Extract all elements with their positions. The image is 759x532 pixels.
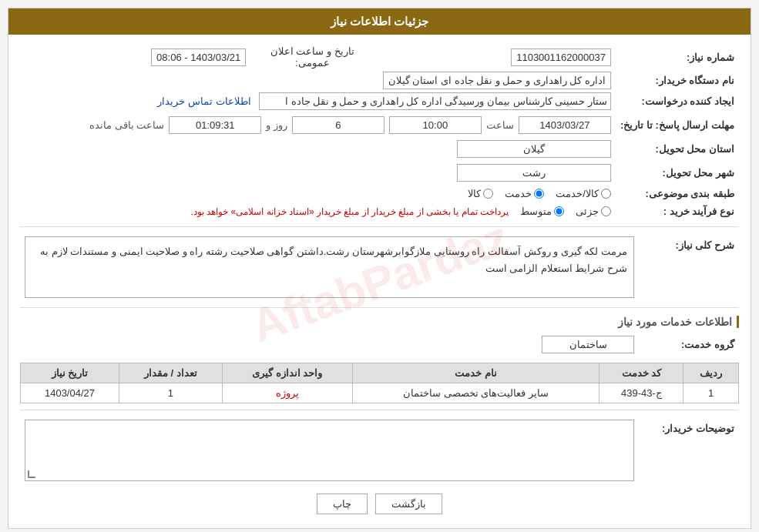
th-vahed: واحد اندازه گیری [222, 363, 352, 383]
main-panel: جزئیات اطلاعات نیاز AftabPardaz شماره نی… [8, 8, 751, 529]
shahr-value: رشت [457, 164, 611, 182]
tarikh-value-cell: 1403/03/21 - 08:06 [20, 42, 250, 72]
cell-kod: ج-43-439 [599, 383, 683, 403]
divider3 [20, 410, 739, 410]
shahr-cell: رشت [20, 161, 616, 185]
table-row: 1 ج-43-439 سایر فعالیت‌های تخصصی ساختمان… [21, 383, 739, 403]
shomara-niaz-value: 1103001162000037 [511, 49, 611, 66]
radio-motevaset-label: متوسط [520, 206, 552, 217]
th-radif: ردیف [683, 363, 739, 383]
services-table: ردیف کد خدمت نام خدمت واحد اندازه گیری ت… [20, 363, 739, 403]
shomara-niaz-cell: 1103001162000037 [374, 42, 616, 72]
ijad-label: ایجاد کننده درخواست: [616, 89, 739, 113]
ijad-link[interactable]: اطلاعات تماس خریدار [157, 95, 250, 107]
mohlet-time: 01:09:31 [169, 116, 261, 134]
farayand-desc: پرداخت تمام یا بخشی از مبلغ خریدار از مب… [191, 206, 509, 217]
mohlet-roz-label: روز و [266, 119, 287, 131]
nam-dastgah-cell: اداره کل راهداری و حمل و نقل جاده ای است… [20, 72, 616, 89]
radio-kala-label: کالا [468, 188, 481, 199]
sharh-table: شرح کلی نیاز: مرمت لکه گیری و روکش آسفال… [20, 233, 739, 301]
nam-dastgah-value: اداره کل راهداری و حمل و نقل جاده ای است… [383, 72, 611, 89]
print-button[interactable]: چاپ [317, 494, 368, 514]
divider1 [20, 226, 739, 227]
th-nam: نام خدمت [352, 363, 599, 383]
nooe-farayand-cell: جزئی متوسط پرداخت تمام یا بخشی از مبلغ خ… [20, 202, 616, 220]
th-tarikh: تاریخ نیاز [21, 363, 119, 383]
vahed-link[interactable]: پروژه [276, 387, 299, 399]
radio-jozi[interactable] [601, 206, 611, 216]
radio-kala-khedmat[interactable] [601, 189, 611, 199]
gorooh-label: گروه خدمت: [639, 333, 739, 356]
radio-jozi-item: جزئی [576, 206, 611, 217]
th-kod: کد خدمت [599, 363, 683, 383]
nooe-farayand-label: نوع فرآیند خرید : [616, 202, 739, 220]
mohlet-saat-label: ساعت [486, 119, 514, 131]
nam-dastgah-label: نام دستگاه خریدار: [616, 72, 739, 89]
panel-body: AftabPardaz شماره نیاز: 1103001162000037… [8, 35, 751, 528]
ijad-cell: ستار حسینی کارشناس بیمان ورسیدگی اداره ک… [20, 89, 616, 113]
ijad-value: ستار حسینی کارشناس بیمان ورسیدگی اداره ک… [259, 92, 611, 110]
shahr-label: شهر محل تحویل: [616, 161, 739, 185]
radio-kala[interactable] [483, 189, 493, 199]
radio-motevaset[interactable] [554, 206, 564, 216]
gorooh-table: گروه خدمت: ساختمان [20, 333, 739, 356]
tozihat-cell [20, 417, 639, 484]
tarikh-label: تاریخ و ساعت اعلان عمومی: [270, 45, 354, 69]
sharh-label: شرح کلی نیاز: [639, 233, 739, 301]
mohlet-label: مهلت ارسال پاسخ: تا تاریخ: [616, 113, 739, 137]
th-tedad: تعداد / مقدار [119, 363, 223, 383]
cell-tedad: 1 [119, 383, 223, 403]
mohlet-mande: ساعت باقی مانده [89, 119, 164, 131]
shomara-niaz-label: شماره نیاز: [616, 42, 739, 72]
back-button[interactable]: بازگشت [375, 494, 442, 514]
tarikh-value: 1403/03/21 - 08:06 [151, 49, 246, 66]
gorooh-cell: ساختمان [20, 333, 639, 356]
tozihat-label: توضیحات خریدار: [639, 417, 739, 484]
gorooh-value: ساختمان [542, 336, 634, 353]
tabaqe-cell: کالا/خدمت خدمت کالا [20, 185, 616, 202]
radio-kala-item: کالا [468, 188, 493, 199]
cell-tarikh: 1403/04/27 [21, 383, 119, 403]
radio-jozi-label: جزئی [576, 206, 599, 217]
mohlet-cell: 1403/03/27 ساعت 10:00 6 روز و 01:09:31 س… [20, 113, 616, 137]
khadamat-section-title: اطلاعات خدمات مورد نیاز [20, 316, 739, 328]
cell-nam: سایر فعالیت‌های تخصصی ساختمان [352, 383, 599, 403]
buttons-row: بازگشت چاپ [20, 494, 739, 514]
tozihat-table: توضیحات خریدار: [20, 417, 739, 484]
mohlet-saat: 10:00 [389, 116, 482, 134]
top-info-table: شماره نیاز: 1103001162000037 تاریخ و ساع… [20, 42, 739, 220]
cell-radif: 1 [683, 383, 739, 403]
tarikh-label-cell: تاریخ و ساعت اعلان عمومی: [250, 42, 374, 72]
panel-header: جزئیات اطلاعات نیاز [8, 8, 751, 35]
ostan-value: گیلان [457, 140, 611, 158]
radio-khedmat-item: خدمت [505, 188, 544, 199]
radio-khedmat[interactable] [534, 189, 544, 199]
tabaqe-label: طبقه بندی موضوعی: [616, 185, 739, 202]
panel-title: جزئیات اطلاعات نیاز [331, 15, 428, 28]
radio-kala-khedmat-item: کالا/خدمت [556, 188, 611, 199]
radio-kala-khedmat-label: کالا/خدمت [556, 188, 599, 199]
tozihat-box [25, 420, 634, 481]
ostan-cell: گیلان [20, 137, 616, 161]
sharh-cell: مرمت لکه گیری و روکش آسفالت راه روستایی … [20, 233, 639, 301]
ostan-label: استان محل تحویل: [616, 137, 739, 161]
resize-corner [28, 470, 35, 478]
mohlet-date: 1403/03/27 [519, 116, 611, 134]
radio-motevaset-item: متوسط [520, 206, 564, 217]
cell-vahed: پروژه [222, 383, 352, 403]
mohlet-roz: 6 [292, 116, 385, 134]
page-wrapper: جزئیات اطلاعات نیاز AftabPardaz شماره نی… [0, 0, 759, 532]
radio-khedmat-label: خدمت [505, 188, 532, 199]
divider2 [20, 307, 739, 308]
sharh-value: مرمت لکه گیری و روکش آسفالت راه روستایی … [25, 236, 634, 298]
